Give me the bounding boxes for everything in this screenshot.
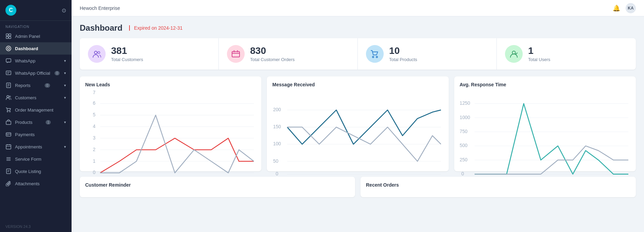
svg-text:1000: 1000 — [460, 115, 470, 120]
admin-panel-label: Admin Panel — [15, 34, 40, 39]
avg-response-time-svg: 0 250 500 750 1000 1250 08, Aug Today — [460, 91, 630, 176]
message-received-chart-card: Message Received 0 50 100 150 200 08, Au… — [267, 76, 448, 171]
topbar-actions: 🔔 KA — [613, 3, 636, 13]
svg-text:0: 0 — [276, 171, 278, 176]
svg-rect-18 — [6, 121, 11, 125]
sidebar-item-attachments[interactable]: Attachments — [0, 177, 72, 190]
page-title: Dashboard — [80, 23, 122, 33]
logo-icon[interactable]: C — [5, 5, 16, 16]
svg-text:250: 250 — [460, 157, 467, 162]
sidebar-item-quote-listing[interactable]: Quote Listing — [0, 165, 72, 177]
topbar-title: Hewoch Enterprise — [80, 5, 120, 11]
charts-row: New Leads 0 1 2 3 4 5 6 7 08, Aug — [80, 76, 636, 171]
svg-point-17 — [10, 111, 11, 112]
total-orders-icon — [227, 45, 245, 63]
total-customers-icon — [88, 45, 106, 63]
svg-point-5 — [7, 47, 10, 49]
new-leads-chart-title: New Leads — [85, 82, 256, 87]
svg-text:3: 3 — [93, 135, 96, 141]
new-leads-chart-area: 0 1 2 3 4 5 6 7 08, Aug Today — [85, 91, 256, 166]
page-header: Dashboard Expired on 2024-12-31 — [80, 23, 636, 33]
avg-response-time-chart-title: Avg. Response Time — [460, 82, 630, 87]
svg-text:200: 200 — [273, 107, 281, 112]
total-orders-value: 830 — [250, 46, 295, 56]
svg-point-33 — [98, 52, 100, 54]
new-leads-svg: 0 1 2 3 4 5 6 7 08, Aug Today — [85, 91, 256, 176]
quote-listing-label: Quote Listing — [15, 169, 41, 174]
svg-text:100: 100 — [273, 141, 281, 146]
svg-rect-29 — [6, 169, 11, 174]
nav-section-label: NAVIGATION — [0, 21, 72, 30]
settings-icon[interactable]: ⊙ — [62, 7, 66, 14]
sidebar: C ⊙ NAVIGATION Admin Panel Dashboard — [0, 0, 72, 232]
svg-text:150: 150 — [273, 124, 281, 129]
customers-chevron: ▾ — [64, 96, 66, 100]
sidebar-item-customers[interactable]: Customers ▾ — [0, 91, 72, 104]
sidebar-item-order-management[interactable]: Order Management — [0, 104, 72, 116]
sidebar-item-products[interactable]: Products 1 ▾ — [0, 116, 72, 128]
sidebar-item-appointments[interactable]: Appointments ▾ — [0, 141, 72, 153]
products-chevron: ▾ — [64, 120, 66, 125]
user-avatar[interactable]: KA — [626, 3, 636, 13]
whatsapp-label: WhatsApp — [15, 58, 35, 63]
sidebar-item-payments[interactable]: Payments — [0, 128, 72, 141]
sidebar-version: VERSION 24.3 — [0, 221, 72, 232]
quote-listing-icon — [5, 168, 12, 174]
stat-info-products: 10 Total Products — [389, 46, 417, 62]
svg-point-32 — [94, 51, 97, 54]
customer-reminder-card: Customer Reminder — [80, 177, 355, 197]
expired-badge: Expired on 2024-12-31 — [129, 25, 182, 31]
notification-bell-icon[interactable]: 🔔 — [613, 4, 620, 12]
total-users-label: Total Users — [528, 57, 550, 62]
stat-card-total-products: 10 Total Products — [358, 38, 497, 70]
svg-rect-7 — [6, 71, 11, 75]
sidebar-item-whatsapp-official[interactable]: WhatsApp Official 0 ▾ — [0, 67, 72, 79]
sidebar-item-service-form[interactable]: Service Form — [0, 153, 72, 165]
svg-rect-6 — [6, 59, 11, 62]
svg-text:7: 7 — [93, 91, 96, 95]
products-badge: 1 — [46, 120, 51, 125]
svg-point-15 — [9, 96, 11, 97]
service-form-label: Service Form — [15, 157, 41, 162]
whatsapp-chevron: ▾ — [64, 59, 66, 63]
stat-info-orders: 830 Total Customer Orders — [250, 46, 295, 62]
svg-text:5: 5 — [93, 112, 96, 117]
total-products-value: 10 — [389, 46, 417, 56]
main-content: Hewoch Enterprise 🔔 KA Dashboard Expired… — [72, 0, 644, 232]
sidebar-logo-area: C ⊙ — [0, 0, 72, 21]
svg-point-14 — [7, 96, 9, 98]
whatsapp-official-label: WhatsApp Official — [15, 71, 50, 76]
whatsapp-icon — [5, 58, 12, 64]
attachments-icon — [5, 180, 12, 187]
sidebar-item-dashboard[interactable]: Dashboard — [0, 42, 72, 55]
svg-point-35 — [372, 56, 374, 58]
svg-text:750: 750 — [460, 129, 467, 134]
avg-response-time-chart-area: 0 250 500 750 1000 1250 08, Aug Today — [460, 91, 630, 166]
dashboard-icon — [5, 45, 12, 52]
service-form-icon — [5, 156, 12, 162]
customer-reminder-title: Customer Reminder — [85, 182, 350, 188]
svg-rect-2 — [6, 37, 8, 39]
recent-orders-title: Recent Orders — [366, 182, 630, 188]
sidebar-item-admin-panel[interactable]: Admin Panel — [0, 30, 72, 42]
reports-icon — [5, 82, 12, 88]
svg-rect-22 — [6, 145, 11, 149]
reports-chevron: ▾ — [64, 83, 66, 88]
svg-point-4 — [6, 46, 11, 51]
payments-icon — [5, 131, 12, 137]
svg-text:0: 0 — [461, 171, 464, 176]
svg-text:1250: 1250 — [460, 101, 470, 106]
content-area: Dashboard Expired on 2024-12-31 381 Tota… — [72, 16, 644, 232]
appointments-icon — [5, 144, 12, 150]
new-leads-chart-card: New Leads 0 1 2 3 4 5 6 7 08, Aug — [80, 76, 261, 171]
sidebar-item-reports[interactable]: Reports 0 ▾ — [0, 79, 72, 91]
order-management-icon — [5, 107, 12, 113]
svg-text:2: 2 — [93, 147, 96, 152]
sidebar-item-whatsapp[interactable]: WhatsApp ▾ — [0, 55, 72, 67]
total-products-icon — [366, 45, 384, 63]
attachments-label: Attachments — [15, 181, 40, 186]
recent-orders-card: Recent Orders — [361, 177, 636, 197]
message-received-chart-title: Message Received — [272, 82, 443, 87]
svg-rect-0 — [6, 34, 8, 36]
whatsapp-official-chevron: ▾ — [64, 71, 66, 75]
